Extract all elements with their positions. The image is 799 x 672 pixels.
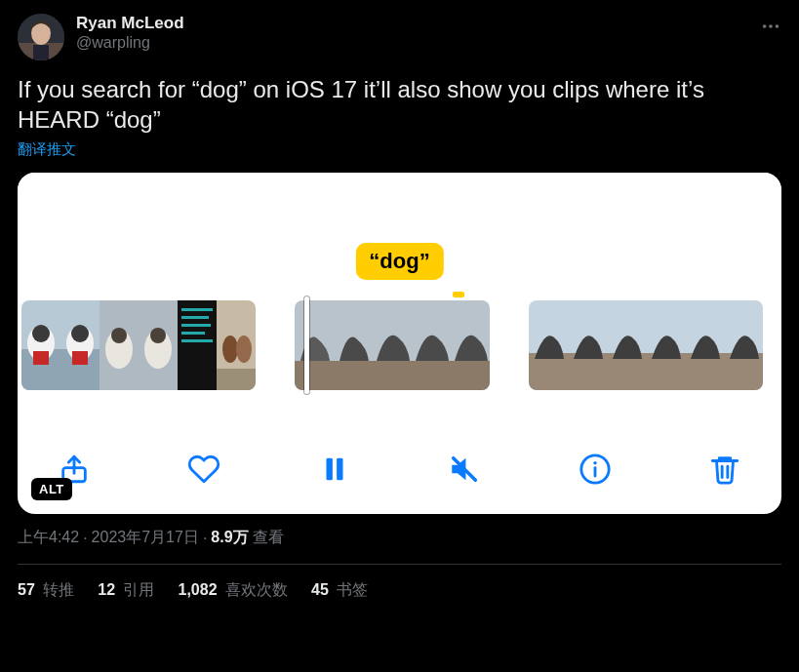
mute-icon[interactable] (447, 452, 482, 487)
svg-rect-56 (326, 458, 332, 481)
svg-point-22 (150, 328, 166, 343)
more-icon[interactable] (760, 14, 781, 37)
pause-icon[interactable] (317, 452, 352, 487)
tweet-text: If you search for “dog” on iOS 17 it’ll … (18, 74, 781, 135)
svg-point-5 (769, 24, 773, 28)
meta-dot: · (83, 530, 87, 547)
playhead-icon[interactable] (304, 296, 309, 394)
tweet-date[interactable]: 2023年7月17日 (92, 528, 199, 548)
meta-dot: · (203, 530, 207, 547)
likes-stat[interactable]: 1,082 喜欢次数 (179, 580, 289, 601)
tweet-time[interactable]: 上午4:42 (18, 528, 79, 548)
timeline-thumb (412, 300, 451, 390)
timeline-thumb (529, 300, 568, 390)
tweet-header: Ryan McLeod @warpling (18, 14, 781, 60)
svg-point-10 (32, 325, 50, 342)
svg-point-15 (71, 325, 89, 342)
timeline-thumb (451, 300, 490, 390)
clip-group[interactable] (21, 300, 256, 390)
svg-rect-34 (295, 361, 334, 390)
views-label: 查看 (253, 528, 284, 548)
svg-rect-24 (181, 308, 213, 311)
timeline-thumb (607, 300, 646, 390)
svg-point-19 (111, 328, 127, 343)
svg-rect-11 (33, 351, 49, 365)
trash-icon[interactable] (707, 452, 742, 487)
search-bubble: “dog” (355, 243, 443, 280)
timeline-thumb (724, 300, 763, 390)
likes-label: 喜欢次数 (221, 581, 288, 598)
tweet-container: Ryan McLeod @warpling If you search for … (0, 0, 799, 615)
timeline-thumb (178, 300, 217, 390)
retweets-count: 57 (18, 581, 35, 598)
svg-rect-36 (334, 361, 373, 390)
svg-point-4 (763, 24, 767, 28)
quotes-stat[interactable]: 12 引用 (98, 580, 154, 601)
handle: @warpling (76, 33, 748, 52)
timeline-thumb (100, 300, 139, 390)
svg-rect-3 (33, 45, 49, 60)
svg-point-30 (222, 336, 238, 363)
video-timeline[interactable] (18, 300, 781, 390)
timeline-thumb (646, 300, 685, 390)
playhead-marker (453, 292, 464, 297)
timeline-thumb (568, 300, 607, 390)
timeline-thumb (295, 300, 334, 390)
svg-rect-38 (373, 361, 412, 390)
avatar[interactable] (18, 14, 64, 60)
media-preview: “dog” (18, 173, 781, 430)
views-count: 8.9万 (211, 528, 248, 548)
tweet-meta: 上午4:42 · 2023年7月17日 · 8.9万 查看 (18, 528, 781, 565)
svg-rect-16 (72, 351, 88, 365)
bookmarks-stat[interactable]: 45 书签 (311, 580, 368, 601)
media-card[interactable]: “dog” (18, 173, 781, 514)
svg-rect-40 (412, 361, 451, 390)
svg-rect-42 (451, 361, 490, 390)
quotes-label: 引用 (119, 581, 154, 598)
display-name: Ryan McLeod (76, 14, 748, 33)
svg-point-61 (593, 461, 596, 464)
timeline-thumb (373, 300, 412, 390)
svg-rect-25 (181, 316, 209, 319)
bookmarks-count: 45 (311, 581, 329, 598)
quotes-count: 12 (98, 581, 115, 598)
author-names[interactable]: Ryan McLeod @warpling (76, 14, 748, 53)
timeline-thumb (21, 300, 60, 390)
bookmarks-label: 书签 (333, 581, 368, 598)
svg-rect-32 (217, 369, 256, 390)
info-icon[interactable] (578, 452, 613, 487)
timeline-thumb (685, 300, 724, 390)
timeline-thumb (334, 300, 373, 390)
tweet-stats: 57 转推 12 引用 1,082 喜欢次数 45 书签 (18, 580, 781, 615)
timeline-thumb (60, 300, 100, 390)
clip-group[interactable] (529, 300, 763, 390)
svg-rect-23 (178, 300, 217, 390)
heart-icon[interactable] (186, 452, 221, 487)
svg-point-6 (776, 24, 779, 28)
player-controls (18, 430, 781, 514)
timeline-thumb (139, 300, 178, 390)
svg-rect-27 (181, 332, 205, 335)
likes-count: 1,082 (179, 581, 218, 598)
svg-rect-26 (181, 324, 211, 327)
translate-link[interactable]: 翻译推文 (18, 140, 76, 159)
retweets-label: 转推 (39, 581, 74, 598)
svg-point-31 (236, 336, 252, 363)
alt-badge[interactable]: ALT (31, 478, 72, 500)
svg-rect-57 (337, 458, 342, 481)
timeline-thumb (217, 300, 256, 390)
retweets-stat[interactable]: 57 转推 (18, 580, 74, 601)
clip-group[interactable] (295, 300, 490, 390)
svg-rect-28 (181, 339, 213, 342)
